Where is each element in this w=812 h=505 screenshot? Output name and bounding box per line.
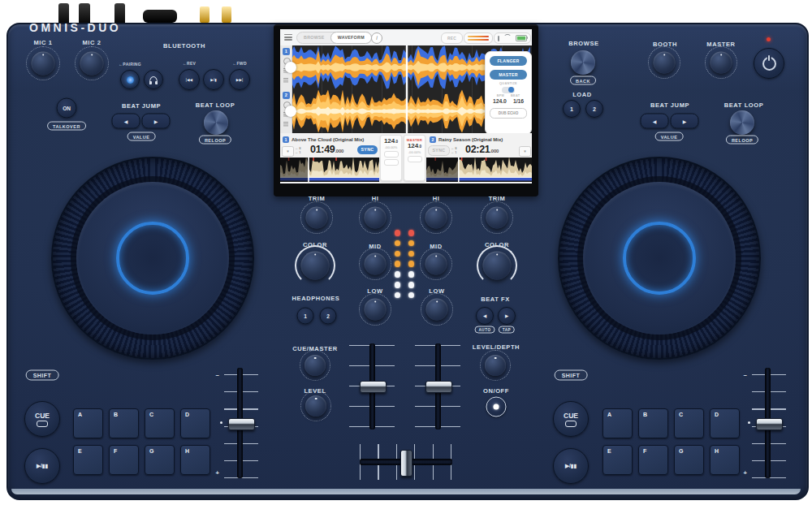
pad-right-f[interactable]: F: [638, 445, 668, 475]
color-right-knob[interactable]: [483, 252, 512, 280]
hi-left-knob[interactable]: [365, 207, 387, 229]
beat-fx-prev-button[interactable]: ◀: [476, 307, 494, 325]
fx-bpm-value[interactable]: 124.0: [493, 98, 507, 104]
deck2-tempo-range-button[interactable]: [408, 156, 422, 162]
quantize-toggle[interactable]: [502, 87, 515, 94]
tab-browse[interactable]: BROWSE: [297, 32, 331, 43]
mid-right-knob[interactable]: [425, 253, 447, 275]
bluetooth-led: [127, 76, 134, 84]
pad-left-c[interactable]: C: [145, 408, 175, 438]
load-2-button[interactable]: 2: [585, 100, 603, 118]
bt-play-pause-button[interactable]: ▶/▮: [203, 69, 224, 90]
deck2-sync-button[interactable]: SYNC: [428, 145, 450, 156]
pad-right-g[interactable]: G: [674, 445, 704, 475]
pad-right-h[interactable]: H: [710, 445, 740, 475]
cue-label: CUE: [35, 412, 50, 420]
cue-master-knob[interactable]: [304, 355, 326, 376]
product-photo: OMNIS-DUO MIC 1 MIC 2 BLUETOOTH ←PAIRING…: [0, 0, 812, 505]
deck1-sync-button[interactable]: SYNC: [357, 145, 378, 154]
crossfader-cap[interactable]: [400, 450, 412, 477]
beat-fx-next-button[interactable]: ▶: [498, 307, 516, 325]
headphones-1-button[interactable]: 1: [297, 308, 314, 325]
bluetooth-pairing-button[interactable]: [120, 70, 140, 89]
deck2-overview-waveform[interactable]: [426, 158, 532, 182]
talkover-label: TALKOVER: [47, 122, 86, 131]
headphones-2-button[interactable]: 2: [320, 308, 337, 325]
level-knob[interactable]: [305, 395, 326, 417]
pad-left-h[interactable]: H: [180, 445, 210, 475]
fx-select-button[interactable]: FLANGER: [490, 56, 527, 66]
track-next-button[interactable]: ▶▶|: [229, 69, 250, 90]
pad-left-b[interactable]: B: [109, 408, 139, 438]
fx-on-off-button[interactable]: [486, 397, 507, 417]
pad-left-e[interactable]: E: [73, 445, 103, 475]
low-right-knob[interactable]: [426, 299, 448, 321]
fx-assign-button[interactable]: MASTER: [490, 70, 527, 80]
hi-right-knob[interactable]: [425, 207, 447, 229]
headphone-cue-button[interactable]: [144, 70, 163, 89]
deck1-tempo-reset-button[interactable]: [384, 159, 399, 166]
pad-right-a[interactable]: A: [603, 408, 633, 438]
fx-beat-label: BEAT: [511, 94, 520, 97]
brand-logo: OMNIS-DUO: [29, 21, 121, 34]
deck2-lane-handle[interactable]: [285, 106, 296, 117]
pad-right-b[interactable]: B: [638, 408, 668, 438]
low-left-knob[interactable]: [365, 299, 387, 321]
cue-left-button[interactable]: CUE: [24, 401, 60, 437]
pad-left-d[interactable]: D: [180, 408, 210, 438]
play-left-button[interactable]: ▶/▮▮: [24, 448, 60, 484]
ch2-fader-cap[interactable]: [425, 381, 452, 393]
pad-left-a[interactable]: A: [73, 408, 103, 438]
fwd-label: ←FWD: [232, 61, 247, 66]
master-knob[interactable]: [710, 52, 732, 74]
deck2-expand-button[interactable]: ▼: [519, 146, 531, 157]
level-led: [395, 240, 401, 247]
browse-knob[interactable]: [571, 50, 595, 75]
beat-loop-left-knob[interactable]: [204, 110, 228, 135]
rec-button[interactable]: REC: [441, 32, 463, 44]
level-depth-knob[interactable]: [485, 355, 506, 376]
color-left-knob[interactable]: [301, 252, 330, 280]
mid-left-knob[interactable]: [365, 253, 387, 275]
rca-connector-left: [200, 6, 209, 23]
ch1-fader-cap[interactable]: [360, 381, 387, 393]
play-right-button[interactable]: ▶/▮▮: [553, 448, 589, 484]
deck1-tempo-range-button[interactable]: [384, 151, 399, 158]
tempo-right-cap[interactable]: [756, 418, 783, 430]
shift-left-button[interactable]: SHIFT: [26, 370, 59, 381]
deck1-wave-icon: [283, 78, 288, 79]
info-button[interactable]: i: [371, 32, 382, 44]
fx-beat-value[interactable]: 1/16: [513, 98, 524, 104]
pad-right-c[interactable]: C: [674, 408, 704, 438]
fx-bank-button[interactable]: DUB ECHO: [490, 108, 527, 119]
shift-right-button[interactable]: SHIFT: [555, 370, 588, 381]
mic-on-button[interactable]: ON: [57, 98, 77, 119]
tempo-left-cap[interactable]: [228, 418, 255, 430]
booth-knob[interactable]: [654, 52, 676, 74]
deck1-bpm: 124.0: [384, 138, 398, 145]
back-label: BACK: [570, 76, 596, 85]
beat-jump-left-back-button[interactable]: ◀: [112, 114, 140, 129]
mic1-knob[interactable]: [32, 52, 55, 76]
cue-right-button[interactable]: CUE: [553, 401, 589, 437]
deck1-expand-button[interactable]: ▼: [282, 146, 294, 157]
pad-left-f[interactable]: F: [109, 445, 139, 475]
load-1-button[interactable]: 1: [563, 100, 581, 118]
beat-jump-left-fwd-button[interactable]: ▶: [142, 114, 171, 129]
beat-jump-right-back-button[interactable]: ◀: [641, 114, 669, 129]
pad-left-g[interactable]: G: [145, 445, 175, 475]
beat-loop-right-knob[interactable]: [730, 110, 754, 135]
tab-waveform[interactable]: WAVEFORM: [330, 32, 372, 44]
pad-right-d[interactable]: D: [710, 408, 740, 438]
pad-right-e[interactable]: E: [603, 445, 633, 475]
mic2-knob[interactable]: [80, 52, 104, 76]
track-prev-button[interactable]: |◀◀: [179, 69, 200, 90]
deck1-lane-handle[interactable]: [285, 62, 296, 73]
trim-right-knob[interactable]: [486, 207, 508, 229]
beat-jump-right-fwd-button[interactable]: ▶: [671, 114, 699, 129]
trim-left-knob[interactable]: [306, 207, 328, 229]
menu-icon[interactable]: [284, 34, 292, 41]
touch-screen[interactable]: BROWSE WAVEFORM i REC 1 2: [280, 29, 532, 183]
deck1-overview-waveform[interactable]: [280, 158, 379, 182]
power-button[interactable]: [754, 48, 784, 79]
